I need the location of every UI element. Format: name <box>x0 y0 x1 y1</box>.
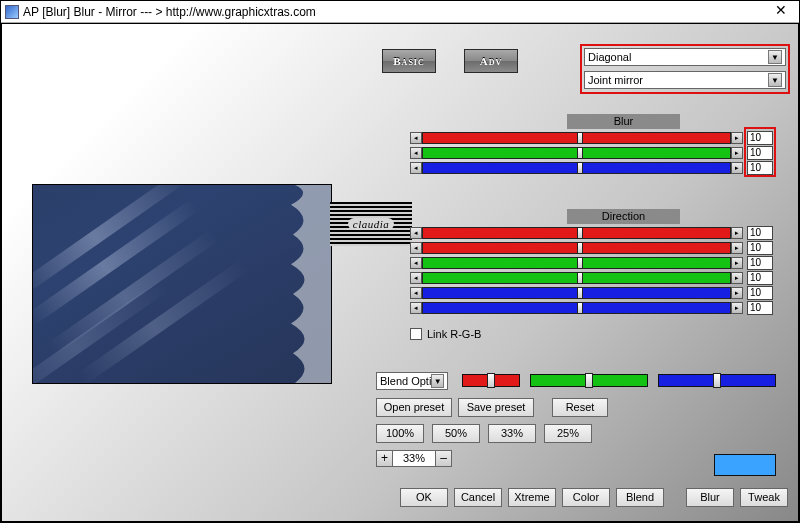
slider-blur-g[interactable]: ◂ ▸ <box>410 146 743 160</box>
slider-dir-4[interactable]: ◂▸ <box>410 271 743 285</box>
chevron-down-icon: ▼ <box>768 50 782 64</box>
client-area: claudia Basic Adv Diagonal ▼ Joint mirro… <box>1 23 799 522</box>
zoom-preset-100[interactable]: 100% <box>376 424 424 443</box>
zoom-preset-33[interactable]: 33% <box>488 424 536 443</box>
dropdown-type-value: Joint mirror <box>588 74 643 86</box>
input-dir-1[interactable]: 10 <box>747 226 773 240</box>
section-header-blur: Blur <box>567 114 680 129</box>
app-icon <box>5 5 19 19</box>
dropdown-mode-value: Diagonal <box>588 51 631 63</box>
color-swatch[interactable] <box>714 454 776 476</box>
zoom-preset-25[interactable]: 25% <box>544 424 592 443</box>
dropdown-blend-value: Blend Optic <box>380 375 431 387</box>
tab-adv[interactable]: Adv <box>464 49 518 73</box>
ok-button[interactable]: OK <box>400 488 448 507</box>
dropdown-blend[interactable]: Blend Optic ▼ <box>376 372 448 390</box>
mini-slider-b[interactable] <box>658 374 776 387</box>
zoom-out-button[interactable]: – <box>435 450 452 467</box>
mini-slider-g[interactable] <box>530 374 648 387</box>
slider-dir-2[interactable]: ◂▸ <box>410 241 743 255</box>
mini-slider-r[interactable] <box>462 374 520 387</box>
window-title: AP [Blur] Blur - Mirror --- > http://www… <box>23 5 767 19</box>
arrow-right-icon[interactable]: ▸ <box>731 162 743 174</box>
save-preset-button[interactable]: Save preset <box>458 398 534 417</box>
reset-button[interactable]: Reset <box>552 398 608 417</box>
open-preset-button[interactable]: Open preset <box>376 398 452 417</box>
section-header-direction: Direction <box>567 209 680 224</box>
input-dir-6[interactable]: 10 <box>747 301 773 315</box>
checkbox-icon <box>410 328 422 340</box>
slider-dir-5[interactable]: ◂▸ <box>410 286 743 300</box>
input-dir-5[interactable]: 10 <box>747 286 773 300</box>
zoom-preset-50[interactable]: 50% <box>432 424 480 443</box>
cancel-button[interactable]: Cancel <box>454 488 502 507</box>
checkbox-label: Link R-G-B <box>427 328 481 340</box>
zoom-value[interactable]: 33% <box>393 450 435 467</box>
preview-area[interactable] <box>32 184 332 384</box>
dropdown-type[interactable]: Joint mirror ▼ <box>584 71 786 89</box>
arrow-right-icon[interactable]: ▸ <box>731 132 743 144</box>
slider-blur-r[interactable]: ◂ ▸ <box>410 131 743 145</box>
watermark: claudia <box>330 202 412 246</box>
tweak-button[interactable]: Tweak <box>740 488 788 507</box>
checkbox-link-rgb[interactable]: Link R-G-B <box>410 328 481 340</box>
arrow-left-icon[interactable]: ◂ <box>410 147 422 159</box>
input-blur-g[interactable]: 10 <box>747 146 773 160</box>
title-bar: AP [Blur] Blur - Mirror --- > http://www… <box>1 1 799 23</box>
tab-basic[interactable]: Basic <box>382 49 436 73</box>
zoom-in-button[interactable]: + <box>376 450 393 467</box>
blur-button[interactable]: Blur <box>686 488 734 507</box>
chevron-down-icon: ▼ <box>431 374 444 388</box>
input-dir-4[interactable]: 10 <box>747 271 773 285</box>
arrow-left-icon[interactable]: ◂ <box>410 132 422 144</box>
input-blur-b[interactable]: 10 <box>747 161 773 175</box>
color-button[interactable]: Color <box>562 488 610 507</box>
xtreme-button[interactable]: Xtreme <box>508 488 556 507</box>
chevron-down-icon: ▼ <box>768 73 782 87</box>
arrow-right-icon[interactable]: ▸ <box>731 147 743 159</box>
dialog-window: AP [Blur] Blur - Mirror --- > http://www… <box>0 0 800 523</box>
input-dir-2[interactable]: 10 <box>747 241 773 255</box>
input-blur-r[interactable]: 10 <box>747 131 773 145</box>
close-icon[interactable]: ✕ <box>767 3 795 21</box>
arrow-left-icon[interactable]: ◂ <box>410 162 422 174</box>
dropdown-mode[interactable]: Diagonal ▼ <box>584 48 786 66</box>
slider-blur-b[interactable]: ◂ ▸ <box>410 161 743 175</box>
slider-dir-1[interactable]: ◂▸ <box>410 226 743 240</box>
blend-button[interactable]: Blend <box>616 488 664 507</box>
slider-dir-3[interactable]: ◂▸ <box>410 256 743 270</box>
slider-dir-6[interactable]: ◂▸ <box>410 301 743 315</box>
zoom-stepper: + 33% – <box>376 450 452 467</box>
input-dir-3[interactable]: 10 <box>747 256 773 270</box>
